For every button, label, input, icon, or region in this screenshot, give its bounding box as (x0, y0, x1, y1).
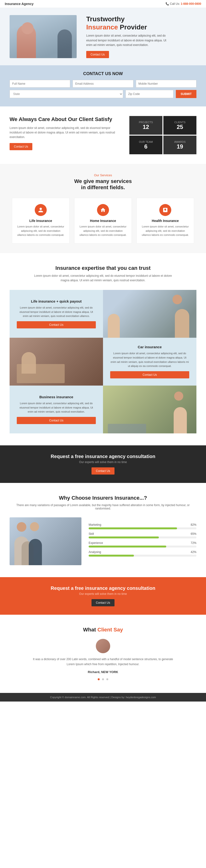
expertise-cta-1[interactable]: Contact Us (17, 321, 96, 329)
expertise-desc-2: Lorem ipsum dolor sit amet, consectetur … (110, 351, 189, 368)
life-insurance-desc: Lorem ipsum dolor sit amet, consectetur … (17, 225, 65, 237)
full-name-input[interactable] (9, 80, 70, 88)
stat-team: OUR TEAM 6 (129, 135, 162, 154)
health-insurance-icon (159, 204, 171, 216)
dot-2[interactable] (102, 678, 104, 680)
services-subtitle: Our Services (9, 174, 197, 177)
services-section: Our Services We give many servicesin dif… (0, 164, 206, 253)
cta-orange-section: Request a free insurance agency consulta… (0, 577, 206, 615)
home-insurance-desc: Lorem ipsum dolor sit amet, consectetur … (79, 225, 127, 237)
bar-skill-fill (88, 536, 159, 538)
life-insurance-icon (35, 204, 47, 216)
logo: Insurance Agency (5, 2, 33, 6)
footer-copyright: Copyright © domainname.com. All Rights r… (9, 696, 197, 699)
bar-experience: Experience 72% (88, 541, 197, 548)
expertise-content-1: Life insurance + quick payout Lorem ipsu… (9, 290, 103, 338)
state-select[interactable]: State (9, 90, 123, 98)
testimonial-title: What Client Say (9, 627, 197, 633)
expertise-desc-3: Lorem ipsum dolor sit amet, consectetur … (17, 401, 96, 414)
service-health: Health Insurance Lorem ipsum dolor sit a… (136, 198, 194, 244)
phone-info: 📞 Call Us: 1-888-000-0800 (165, 2, 201, 5)
stats-grid: PROJECTS 12 CLIENTS 25 OUR TEAM 6 AWARDS… (129, 116, 197, 154)
testimonial-author: Richard, NEW YORK (9, 670, 197, 674)
hero-section: Trustworthy Insurance Provider Lorem ips… (0, 8, 206, 65)
why-content: Marketing 82% Skill 65% Experience 72% (9, 517, 197, 565)
cta-dark-title: Request a free insurance agency consulta… (9, 454, 197, 459)
email-input[interactable] (73, 80, 133, 88)
stat-projects: PROJECTS 12 (129, 116, 162, 135)
cta-orange-button[interactable]: Contact Us (92, 599, 114, 606)
expertise-content-3: Business insurance Lorem ipsum dolor sit… (9, 385, 103, 433)
expertise-image-2 (9, 338, 103, 385)
bar-analysing: Analysing 42% (88, 550, 197, 557)
bar-marketing: Marketing 82% (88, 523, 197, 529)
stats-description: Lorem ipsum dolor sit amet, consectetur … (9, 126, 122, 140)
bar-experience-fill (88, 546, 166, 548)
testimonial-section: What Client Say It was a dictionary of o… (0, 615, 206, 693)
expertise-blocks: Life insurance + quick payout Lorem ipsu… (9, 290, 197, 433)
why-title: Why Choose Insurers Insurance...? (9, 495, 197, 501)
expertise-title-2: Car insurance (110, 345, 189, 349)
bar-skill: Skill 65% (88, 532, 197, 538)
contact-form-section: CONTACT US NOW State SUBMIT (0, 65, 206, 106)
cta-dark-subtitle: Our experts will solve them in no time (9, 460, 197, 464)
services-title: We give many servicesin different fields… (9, 178, 197, 191)
testimonial-avatar (96, 639, 110, 653)
expertise-section: Insurance expertise that you can trust L… (0, 253, 206, 445)
expertise-title-3: Business insurance (17, 395, 96, 399)
phone-icon: 📞 (165, 2, 170, 5)
cta-orange-title: Request a free insurance agency consulta… (9, 586, 197, 591)
stats-section: We Always Care About Our Client Satisfy … (0, 106, 206, 164)
expertise-row-2: Car insurance Lorem ipsum dolor sit amet… (9, 338, 197, 385)
services-grid: Life Insurance Lorem ipsum dolor sit ame… (9, 198, 197, 244)
hero-description: Lorem ipsum dolor sit amet, consectetur … (86, 33, 168, 48)
stats-contact-button[interactable]: Contact Us (9, 143, 32, 150)
hero-content: Trustworthy Insurance Provider Lorem ips… (77, 15, 168, 58)
zip-input[interactable] (126, 90, 174, 98)
stat-awards: AWARDS 19 (163, 135, 197, 154)
dot-1[interactable] (98, 678, 100, 680)
expertise-title-1: Life insurance + quick payout (17, 299, 96, 303)
contact-form-row1 (9, 80, 197, 88)
cta-dark-section: Request a free insurance agency consulta… (0, 445, 206, 483)
expertise-content-2: Car insurance Lorem ipsum dolor sit amet… (103, 338, 197, 385)
expertise-image-1 (103, 290, 197, 338)
cta-dark-button[interactable]: Contact Us (92, 467, 114, 474)
header: Insurance Agency 📞 Call Us: 1-888-000-08… (0, 0, 206, 8)
bar-analysing-fill (88, 555, 134, 557)
hero-contact-button[interactable]: Contact Us (86, 51, 109, 58)
home-insurance-icon (97, 204, 109, 216)
why-section: Why Choose Insurers Insurance...? There … (0, 483, 206, 577)
footer: Copyright © domainname.com. All Rights r… (0, 693, 206, 702)
contact-form-row2: State SUBMIT (9, 90, 197, 98)
contact-form-title: CONTACT US NOW (9, 71, 197, 76)
health-insurance-name: Health Insurance (141, 219, 189, 223)
stats-heading: We Always Care About Our Client Satisfy (9, 116, 122, 123)
testimonial-text: It was a dictionary of over 200 Latin wo… (31, 657, 175, 666)
testimonial-dots (9, 677, 197, 681)
service-home: Home Insurance Lorem ipsum dolor sit ame… (74, 198, 132, 244)
bar-marketing-fill (88, 527, 177, 529)
expertise-row-3: Business insurance Lorem ipsum dolor sit… (9, 385, 197, 433)
hero-title: Trustworthy Insurance Provider (86, 15, 168, 31)
hero-image (9, 15, 77, 58)
expertise-desc-1: Lorem ipsum dolor sit amet, consectetur … (17, 306, 96, 318)
why-bars: Marketing 82% Skill 65% Experience 72% (88, 523, 197, 559)
expertise-image-3 (103, 385, 197, 433)
expertise-row-1: Life insurance + quick payout Lorem ipsu… (9, 290, 197, 338)
why-image (9, 517, 81, 565)
expertise-cta-3[interactable]: Contact Us (17, 417, 96, 424)
expertise-description: Lorem ipsum dolor sit amet, consectetur … (31, 274, 175, 283)
health-insurance-desc: Lorem ipsum dolor sit amet, consectetur … (141, 225, 189, 237)
dot-3[interactable] (106, 678, 108, 680)
home-insurance-name: Home Insurance (79, 219, 127, 223)
expertise-cta-2[interactable]: Contact Us (110, 371, 189, 378)
phone-number[interactable]: 1-888-000-0800 (181, 2, 201, 5)
cta-orange-subtitle: Our experts will solve them in no time (9, 592, 197, 595)
life-insurance-name: Life Insurance (17, 219, 65, 223)
submit-button[interactable]: SUBMIT (176, 90, 197, 98)
mobile-input[interactable] (136, 80, 197, 88)
stats-left: We Always Care About Our Client Satisfy … (9, 116, 122, 154)
stat-clients: CLIENTS 25 (163, 116, 197, 135)
why-description: There are many variations of passages of… (9, 503, 197, 510)
